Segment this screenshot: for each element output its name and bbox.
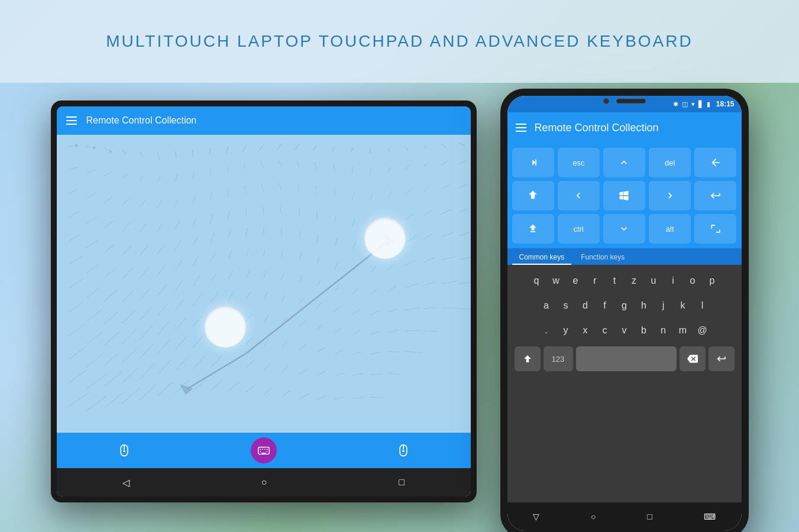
- phone-screen: ✱ ◫ ▾ ▋ ▮ 18:15 Remote Control Collectio…: [507, 96, 742, 531]
- svg-line-70: [406, 189, 412, 195]
- key-v[interactable]: v: [616, 319, 633, 342]
- tablet-back-btn[interactable]: ◁: [122, 477, 130, 488]
- key-j[interactable]: j: [655, 294, 672, 317]
- key-s[interactable]: s: [558, 294, 574, 317]
- key-k[interactable]: k: [675, 294, 691, 317]
- svg-line-139: [406, 260, 416, 265]
- svg-line-122: [104, 268, 116, 278]
- svg-line-56: [157, 200, 162, 208]
- key-at[interactable]: @: [694, 319, 711, 342]
- svg-line-24: [406, 147, 408, 151]
- phone-keyboard-nav-btn[interactable]: ⌨: [704, 512, 716, 521]
- key-e[interactable]: e: [567, 270, 584, 292]
- caps-key[interactable]: [512, 214, 554, 244]
- svg-line-102: [157, 244, 164, 254]
- key-g[interactable]: g: [616, 294, 633, 317]
- key-p[interactable]: p: [704, 270, 720, 292]
- svg-line-152: [228, 271, 233, 279]
- tab-key[interactable]: [512, 148, 554, 177]
- svg-line-81: [193, 218, 196, 226]
- tablet-home-btn[interactable]: ○: [261, 477, 267, 488]
- key-a[interactable]: a: [538, 294, 555, 317]
- svg-line-259: [246, 385, 255, 392]
- svg-line-174: [211, 293, 218, 303]
- svg-line-163: [423, 282, 435, 286]
- key-z[interactable]: z: [626, 270, 642, 292]
- keyboard-enter-key[interactable]: [709, 346, 735, 371]
- del-key[interactable]: del: [649, 148, 691, 177]
- arrow-down-key[interactable]: [603, 214, 645, 244]
- space-tab-key[interactable]: [694, 214, 736, 244]
- numeric-key[interactable]: 123: [544, 346, 573, 371]
- function-keys-tab[interactable]: Function keys: [574, 251, 632, 265]
- arrow-right-key[interactable]: [649, 181, 691, 210]
- key-q[interactable]: q: [528, 270, 545, 292]
- phone-nav: ▽ ○ □ ⌨: [507, 502, 742, 531]
- tablet-touchpad-area[interactable]: [57, 135, 471, 433]
- phone-recents-btn[interactable]: □: [648, 512, 652, 521]
- key-n[interactable]: n: [655, 319, 672, 342]
- key-t[interactable]: t: [606, 270, 623, 292]
- tablet-mouse-left-icon[interactable]: [116, 442, 132, 459]
- svg-line-246: [352, 374, 363, 375]
- ctrl-key[interactable]: ctrl: [558, 214, 600, 244]
- svg-line-240: [246, 360, 254, 368]
- key-d[interactable]: d: [577, 294, 594, 317]
- svg-line-39: [260, 161, 264, 168]
- key-b[interactable]: b: [636, 319, 652, 342]
- arrow-up-key[interactable]: [603, 148, 645, 177]
- keyboard-shift-key[interactable]: [515, 346, 541, 371]
- svg-line-156: [299, 275, 303, 283]
- phone-back-btn[interactable]: ▽: [533, 512, 539, 521]
- key-y[interactable]: y: [558, 319, 574, 342]
- key-w[interactable]: w: [548, 270, 564, 292]
- svg-line-17: [277, 144, 282, 150]
- main-content: Remote Control Collection: [0, 83, 799, 532]
- svg-line-37: [227, 166, 228, 173]
- key-l[interactable]: l: [694, 294, 711, 317]
- esc-key[interactable]: esc: [558, 148, 600, 177]
- key-o[interactable]: o: [684, 270, 701, 292]
- svg-line-236: [175, 357, 188, 371]
- nfc-icon: ◫: [682, 100, 688, 108]
- svg-line-183: [370, 311, 379, 315]
- svg-line-140: [423, 258, 434, 262]
- tablet-mouse-right-icon[interactable]: [395, 442, 412, 459]
- svg-line-223: [299, 344, 306, 350]
- phone-menu-icon[interactable]: [516, 124, 526, 132]
- svg-line-166: [69, 301, 84, 312]
- key-dot[interactable]: .: [538, 319, 555, 342]
- key-c[interactable]: c: [597, 319, 613, 342]
- svg-line-266: [370, 397, 383, 398]
- svg-line-89: [335, 215, 336, 223]
- svg-line-43: [334, 164, 335, 171]
- space-key[interactable]: [576, 346, 677, 371]
- phone-home-btn[interactable]: ○: [591, 512, 596, 521]
- keyboard-backspace-key[interactable]: [680, 346, 706, 371]
- alt-key[interactable]: alt: [649, 214, 691, 244]
- tablet-recents-btn[interactable]: □: [399, 477, 405, 488]
- arrow-left-key[interactable]: [558, 181, 600, 210]
- svg-line-262: [299, 394, 309, 399]
- svg-line-215: [157, 339, 170, 354]
- shift-key[interactable]: [512, 181, 554, 210]
- tablet-menu-icon[interactable]: [66, 116, 77, 125]
- key-u[interactable]: u: [645, 270, 662, 292]
- phone-appbar-title: Remote Control Collection: [535, 122, 659, 134]
- tablet-keyboard-icon[interactable]: [251, 437, 277, 463]
- svg-line-64: [298, 184, 299, 192]
- backspace-arrow-key[interactable]: [694, 148, 736, 177]
- key-f[interactable]: f: [597, 294, 613, 317]
- common-keys-tab[interactable]: Common keys: [512, 251, 572, 265]
- key-i[interactable]: i: [665, 270, 681, 292]
- key-m[interactable]: m: [675, 319, 691, 342]
- svg-line-234: [140, 364, 155, 379]
- enter-return-key[interactable]: [694, 181, 736, 210]
- key-r[interactable]: r: [587, 270, 603, 292]
- tablet-appbar-title: Remote Control Collection: [86, 115, 197, 126]
- windows-key[interactable]: [603, 181, 645, 210]
- svg-line-251: [104, 392, 123, 408]
- key-x[interactable]: x: [577, 319, 594, 342]
- svg-line-125: [157, 264, 166, 275]
- key-h[interactable]: h: [636, 294, 652, 317]
